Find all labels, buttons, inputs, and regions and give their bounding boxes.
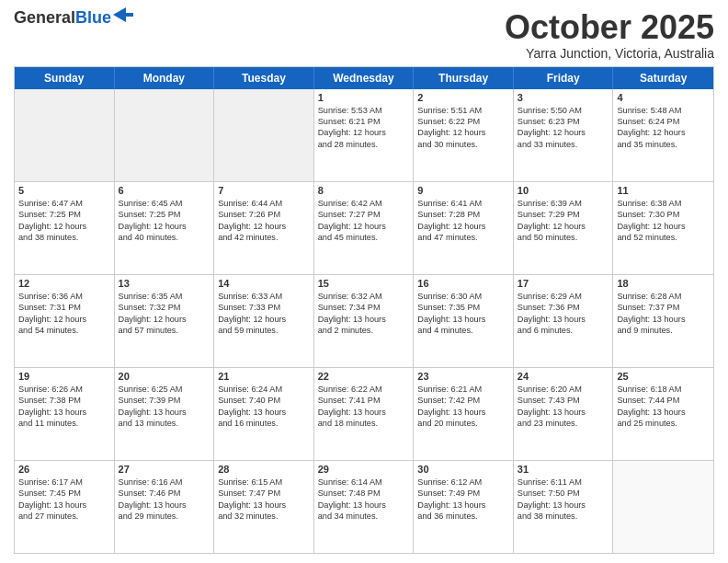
svg-marker-0 [113, 7, 133, 22]
day-number: 25 [617, 371, 710, 382]
cal-day-4: 4Sunrise: 5:48 AM Sunset: 6:24 PM Daylig… [613, 89, 713, 181]
day-info: Sunrise: 6:16 AM Sunset: 7:46 PM Dayligh… [119, 477, 210, 523]
day-info: Sunrise: 6:22 AM Sunset: 7:41 PM Dayligh… [318, 384, 410, 430]
day-number: 7 [218, 185, 310, 196]
cal-week-5: 26Sunrise: 6:17 AM Sunset: 7:45 PM Dayli… [15, 461, 713, 553]
day-info: Sunrise: 6:33 AM Sunset: 7:33 PM Dayligh… [218, 291, 310, 337]
header-day-wednesday: Wednesday [314, 67, 415, 89]
day-info: Sunrise: 6:18 AM Sunset: 7:44 PM Dayligh… [617, 384, 710, 430]
location: Yarra Junction, Victoria, Australia [505, 46, 714, 61]
cal-week-1: 1Sunrise: 5:53 AM Sunset: 6:21 PM Daylig… [15, 89, 713, 182]
cal-day-14: 14Sunrise: 6:33 AM Sunset: 7:33 PM Dayli… [214, 275, 314, 367]
cal-day-10: 10Sunrise: 6:39 AM Sunset: 7:29 PM Dayli… [514, 182, 614, 274]
day-number: 8 [318, 185, 410, 196]
day-info: Sunrise: 6:29 AM Sunset: 7:36 PM Dayligh… [518, 291, 609, 337]
day-info: Sunrise: 6:44 AM Sunset: 7:26 PM Dayligh… [218, 198, 310, 244]
day-info: Sunrise: 6:45 AM Sunset: 7:25 PM Dayligh… [119, 198, 210, 244]
calendar: SundayMondayTuesdayWednesdayThursdayFrid… [14, 66, 714, 554]
header-day-thursday: Thursday [414, 67, 514, 89]
day-number: 10 [518, 185, 609, 196]
day-info: Sunrise: 6:25 AM Sunset: 7:39 PM Dayligh… [119, 384, 210, 430]
day-number: 1 [318, 92, 410, 103]
day-info: Sunrise: 6:41 AM Sunset: 7:28 PM Dayligh… [417, 198, 509, 244]
day-info: Sunrise: 6:24 AM Sunset: 7:40 PM Dayligh… [218, 384, 310, 430]
day-number: 27 [119, 464, 210, 475]
cal-day-15: 15Sunrise: 6:32 AM Sunset: 7:34 PM Dayli… [314, 275, 415, 367]
logo-arrow-icon [113, 7, 133, 22]
day-number: 14 [218, 278, 310, 289]
day-number: 19 [18, 371, 110, 382]
day-info: Sunrise: 6:11 AM Sunset: 7:50 PM Dayligh… [518, 477, 609, 523]
calendar-body: 1Sunrise: 5:53 AM Sunset: 6:21 PM Daylig… [15, 89, 713, 553]
header-day-monday: Monday [115, 67, 215, 89]
day-info: Sunrise: 6:42 AM Sunset: 7:27 PM Dayligh… [318, 198, 410, 244]
header: GeneralBlue October 2025 Yarra Junction,… [14, 9, 714, 61]
day-info: Sunrise: 5:50 AM Sunset: 6:23 PM Dayligh… [518, 105, 609, 151]
day-number: 15 [318, 278, 410, 289]
logo-general: General [14, 8, 75, 27]
calendar-header: SundayMondayTuesdayWednesdayThursdayFrid… [15, 67, 713, 89]
cal-day-24: 24Sunrise: 6:20 AM Sunset: 7:43 PM Dayli… [514, 368, 614, 460]
day-info: Sunrise: 6:20 AM Sunset: 7:43 PM Dayligh… [518, 384, 609, 430]
day-info: Sunrise: 6:39 AM Sunset: 7:29 PM Dayligh… [518, 198, 609, 244]
month-title: October 2025 [505, 9, 714, 46]
day-number: 4 [617, 92, 710, 103]
day-number: 21 [218, 371, 310, 382]
cal-day-empty-0-1 [115, 89, 215, 181]
logo: GeneralBlue [14, 9, 133, 28]
cal-day-31: 31Sunrise: 6:11 AM Sunset: 7:50 PM Dayli… [514, 461, 614, 553]
cal-day-26: 26Sunrise: 6:17 AM Sunset: 7:45 PM Dayli… [15, 461, 115, 553]
cal-day-20: 20Sunrise: 6:25 AM Sunset: 7:39 PM Dayli… [115, 368, 215, 460]
day-number: 13 [119, 278, 210, 289]
day-info: Sunrise: 6:21 AM Sunset: 7:42 PM Dayligh… [417, 384, 509, 430]
cal-day-8: 8Sunrise: 6:42 AM Sunset: 7:27 PM Daylig… [314, 182, 415, 274]
day-number: 6 [119, 185, 210, 196]
day-info: Sunrise: 5:53 AM Sunset: 6:21 PM Dayligh… [318, 105, 410, 151]
logo-text: GeneralBlue [14, 9, 111, 28]
day-info: Sunrise: 6:30 AM Sunset: 7:35 PM Dayligh… [417, 291, 509, 337]
day-number: 28 [218, 464, 310, 475]
day-info: Sunrise: 5:48 AM Sunset: 6:24 PM Dayligh… [617, 105, 710, 151]
cal-day-21: 21Sunrise: 6:24 AM Sunset: 7:40 PM Dayli… [214, 368, 314, 460]
cal-day-13: 13Sunrise: 6:35 AM Sunset: 7:32 PM Dayli… [115, 275, 215, 367]
cal-week-3: 12Sunrise: 6:36 AM Sunset: 7:31 PM Dayli… [15, 275, 713, 368]
day-number: 22 [318, 371, 410, 382]
day-number: 30 [417, 464, 509, 475]
day-number: 5 [18, 185, 110, 196]
cal-day-29: 29Sunrise: 6:14 AM Sunset: 7:48 PM Dayli… [314, 461, 415, 553]
day-info: Sunrise: 6:35 AM Sunset: 7:32 PM Dayligh… [119, 291, 210, 337]
cal-day-2: 2Sunrise: 5:51 AM Sunset: 6:22 PM Daylig… [414, 89, 514, 181]
day-number: 11 [617, 185, 710, 196]
day-info: Sunrise: 6:26 AM Sunset: 7:38 PM Dayligh… [18, 384, 110, 430]
day-info: Sunrise: 6:47 AM Sunset: 7:25 PM Dayligh… [18, 198, 110, 244]
day-info: Sunrise: 6:36 AM Sunset: 7:31 PM Dayligh… [18, 291, 110, 337]
day-number: 20 [119, 371, 210, 382]
header-day-tuesday: Tuesday [214, 67, 314, 89]
day-number: 2 [417, 92, 509, 103]
cal-day-25: 25Sunrise: 6:18 AM Sunset: 7:44 PM Dayli… [613, 368, 713, 460]
day-number: 12 [18, 278, 110, 289]
day-number: 9 [417, 185, 509, 196]
day-number: 16 [417, 278, 509, 289]
cal-day-30: 30Sunrise: 6:12 AM Sunset: 7:49 PM Dayli… [414, 461, 514, 553]
day-info: Sunrise: 6:38 AM Sunset: 7:30 PM Dayligh… [617, 198, 710, 244]
cal-day-empty-0-2 [214, 89, 314, 181]
cal-day-18: 18Sunrise: 6:28 AM Sunset: 7:37 PM Dayli… [613, 275, 713, 367]
day-number: 29 [318, 464, 410, 475]
cal-day-19: 19Sunrise: 6:26 AM Sunset: 7:38 PM Dayli… [15, 368, 115, 460]
day-info: Sunrise: 6:28 AM Sunset: 7:37 PM Dayligh… [617, 291, 710, 337]
page: GeneralBlue October 2025 Yarra Junction,… [0, 0, 728, 563]
day-number: 26 [18, 464, 110, 475]
cal-day-6: 6Sunrise: 6:45 AM Sunset: 7:25 PM Daylig… [115, 182, 215, 274]
cal-day-28: 28Sunrise: 6:15 AM Sunset: 7:47 PM Dayli… [214, 461, 314, 553]
day-number: 18 [617, 278, 710, 289]
day-info: Sunrise: 6:32 AM Sunset: 7:34 PM Dayligh… [318, 291, 410, 337]
cal-week-2: 5Sunrise: 6:47 AM Sunset: 7:25 PM Daylig… [15, 182, 713, 275]
cal-day-11: 11Sunrise: 6:38 AM Sunset: 7:30 PM Dayli… [613, 182, 713, 274]
cal-day-22: 22Sunrise: 6:22 AM Sunset: 7:41 PM Dayli… [314, 368, 415, 460]
cal-day-7: 7Sunrise: 6:44 AM Sunset: 7:26 PM Daylig… [214, 182, 314, 274]
cal-day-5: 5Sunrise: 6:47 AM Sunset: 7:25 PM Daylig… [15, 182, 115, 274]
cal-day-empty-4-6 [613, 461, 713, 553]
title-block: October 2025 Yarra Junction, Victoria, A… [505, 9, 714, 61]
header-day-saturday: Saturday [613, 67, 713, 89]
